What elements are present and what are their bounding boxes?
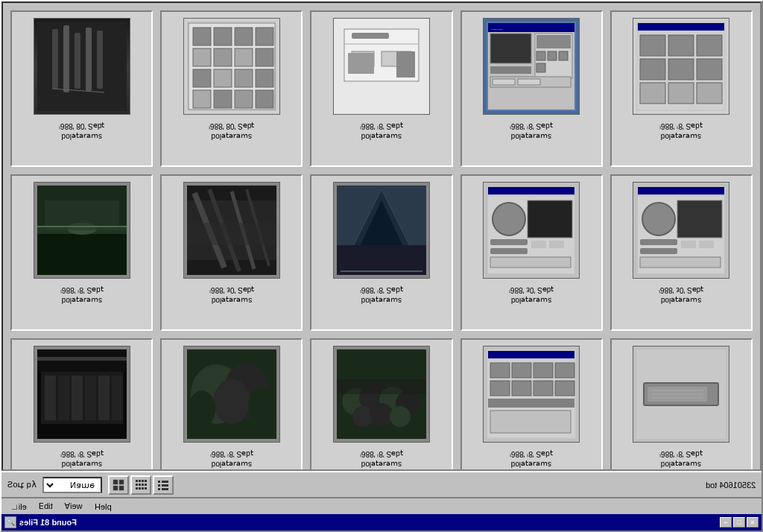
svg-rect-145 <box>119 486 124 490</box>
svg-rect-46 <box>493 79 515 85</box>
svg-rect-93 <box>640 239 677 245</box>
svg-rect-53 <box>697 35 722 56</box>
svg-rect-96 <box>699 241 714 248</box>
svg-rect-86 <box>549 241 564 248</box>
svg-rect-56 <box>697 59 722 80</box>
thumb-label-11: sɯɐɹɐʇɐlod ʇdǝS '8ᴵ '886ᴵ <box>60 449 104 469</box>
minimize-button[interactable]: – <box>720 517 732 528</box>
status-text: 23501604 tod <box>706 481 756 490</box>
svg-rect-131 <box>512 381 531 396</box>
thumb-image-7 <box>183 182 280 279</box>
thumbnails-grid[interactable]: sɯɐɹɐʇɐlod ʇdǝS '08 '886ᴵ <box>3 3 760 469</box>
thumbnail-5[interactable]: sɯɐɹɐʇɐlod ʇdǝS '8ᴵ '886ᴵ <box>610 10 753 167</box>
thumbnail-11[interactable]: sɯɐɹɐʇɐlod ʇdǝS '8ᴵ '886ᴵ <box>10 338 153 469</box>
svg-rect-58 <box>668 83 694 104</box>
maximize-button[interactable]: □ <box>733 517 745 528</box>
svg-rect-42 <box>548 51 557 60</box>
svg-rect-94 <box>640 248 677 254</box>
thumb-label-14: sɯɐɹɐʇɐlod ʇdǝS '8ᴵ '886ᴵ <box>510 449 553 469</box>
app-icon: 🔍 <box>4 516 16 528</box>
svg-rect-128 <box>534 363 553 378</box>
svg-rect-43 <box>559 51 568 60</box>
thumbnail-13[interactable]: sɯɐɹɐʇɐlod ʇdǝS '8ᴵ '886ᴵ <box>310 338 452 469</box>
svg-point-81 <box>493 203 525 235</box>
svg-rect-55 <box>668 59 694 80</box>
thumb-image-8 <box>333 182 430 279</box>
svg-rect-54 <box>640 59 665 80</box>
thumbnail-10[interactable]: sɯɐɹɐʇɐlod ʇdǝS '0ε '886ᴵ <box>610 174 753 331</box>
thumbnail-1[interactable]: sɯɐɹɐʇɐlod ʇdǝS '08 '886ᴵ <box>10 10 153 167</box>
svg-rect-130 <box>490 381 510 396</box>
svg-rect-103 <box>72 376 83 420</box>
view-mode-buttons <box>108 475 174 495</box>
svg-rect-105 <box>98 376 110 420</box>
svg-rect-156 <box>142 487 144 490</box>
thumb-label-10: sɯɐɹɐʇɐlod ʇdǝS '0ε '886ᴵ <box>659 285 703 305</box>
thumb-label-2: sɯɐɹɐʇɐlod ʇdǝS '08 '886ᴵ <box>209 121 254 142</box>
thumb-label-6: sɯɐɹɐʇɐlod ʇdǝS '8ᴵ '886ᴵ <box>60 285 104 305</box>
thumbnail-6[interactable]: sɯɐɹɐʇɐlod ʇdǝS '8ᴵ '886ᴵ <box>10 174 153 331</box>
large-icons-btn[interactable] <box>108 475 129 495</box>
svg-text:.......: ....... <box>491 25 503 31</box>
svg-rect-122 <box>337 379 426 394</box>
close-button[interactable]: × <box>747 517 759 528</box>
svg-rect-146 <box>136 480 138 482</box>
svg-rect-157 <box>145 487 147 490</box>
thumbnail-4[interactable]: ....... sɯɐɹɐʇɐlod <box>460 10 603 167</box>
svg-rect-161 <box>162 484 168 487</box>
thumbnail-9[interactable]: sɯɐɹɐʇɐlod ʇdǝS '0ε '886ᴵ <box>460 174 603 331</box>
list-btn[interactable] <box>153 475 174 495</box>
svg-rect-144 <box>113 486 118 490</box>
menu-edit[interactable]: tib∃ <box>33 500 59 513</box>
thumb-image-10 <box>633 182 729 279</box>
thumbnail-7[interactable]: sɯɐɹɐʇɐlod ʇdǝS '0ε '886ᴵ <box>160 174 303 331</box>
svg-rect-154 <box>136 487 138 490</box>
svg-rect-1 <box>52 29 58 89</box>
svg-rect-83 <box>490 239 528 245</box>
svg-rect-149 <box>145 480 147 482</box>
svg-rect-9 <box>193 28 211 45</box>
svg-rect-15 <box>235 48 253 66</box>
svg-rect-126 <box>490 363 510 378</box>
svg-rect-160 <box>158 484 160 487</box>
title-bar: 🔍 Found 81 Files – □ × <box>1 514 762 531</box>
thumbnail-15[interactable]: sɯɐɹɐʇɐlod ʇdǝS '8ᴵ '886ᴵ <box>610 338 753 469</box>
svg-rect-47 <box>518 79 540 85</box>
thumbnail-8[interactable]: sɯɐɹɐʇɐlod ʇdǝS '8ᴵ '886ᴵ <box>310 174 452 331</box>
svg-rect-40 <box>490 66 531 74</box>
bottom-area: ʎq ʇɹoS ǝɯɐN ǝʇɐp ǝzᴉS <box>1 471 762 531</box>
thumb-image-14 <box>483 346 580 443</box>
svg-rect-16 <box>256 48 273 66</box>
svg-rect-101 <box>45 376 56 420</box>
svg-rect-44 <box>536 63 545 72</box>
content-area: sɯɐɹɐʇɐlod ʇdǝS '08 '886ᴵ <box>1 1 762 471</box>
small-icons-btn[interactable] <box>130 475 151 495</box>
thumbnail-2[interactable]: sɯɐɹɐʇɐlod ʇdǝS '08 '886ᴵ <box>160 10 303 167</box>
toolbar: ʎq ʇɹoS ǝɯɐN ǝʇɐp ǝzᴉS <box>1 471 762 498</box>
svg-rect-163 <box>162 488 168 490</box>
svg-rect-11 <box>235 28 253 45</box>
svg-rect-39 <box>536 35 571 48</box>
window-title: Found 81 Files <box>19 518 77 527</box>
svg-rect-0 <box>37 22 127 111</box>
menu-view[interactable]: wei∀ <box>58 500 89 513</box>
svg-rect-150 <box>136 484 138 486</box>
svg-rect-41 <box>536 51 545 60</box>
sort-select[interactable]: ǝɯɐN ǝʇɐp ǝzᴉS <box>42 477 102 493</box>
thumbnail-12[interactable]: sɯɐɹɐʇɐlod ʇdǝS '8ᴵ '886ᴵ <box>160 338 303 469</box>
thumbnail-3[interactable]: sɯɐɹɐʇɐlod ʇdǝS '8ᴵ '886ᴵ <box>310 10 452 167</box>
svg-rect-13 <box>193 48 211 66</box>
svg-rect-57 <box>640 83 665 104</box>
svg-rect-95 <box>681 241 696 248</box>
thumb-image-12 <box>183 346 280 443</box>
menu-help[interactable]: pleH <box>89 501 118 513</box>
menu-file[interactable]: eli∟ <box>4 501 33 513</box>
svg-rect-23 <box>235 90 253 108</box>
thumb-image-5 <box>633 18 729 115</box>
thumb-label-8: sɯɐɹɐʇɐlod ʇdǝS '8ᴵ '886ᴵ <box>360 285 403 305</box>
svg-rect-22 <box>214 90 232 108</box>
thumbnail-14[interactable]: sɯɐɹɐʇɐlod ʇdǝS '8ᴵ '886ᴵ <box>460 338 603 469</box>
title-bar-left: 🔍 Found 81 Files <box>4 516 77 528</box>
svg-rect-32 <box>348 53 374 74</box>
svg-rect-143 <box>119 480 124 484</box>
